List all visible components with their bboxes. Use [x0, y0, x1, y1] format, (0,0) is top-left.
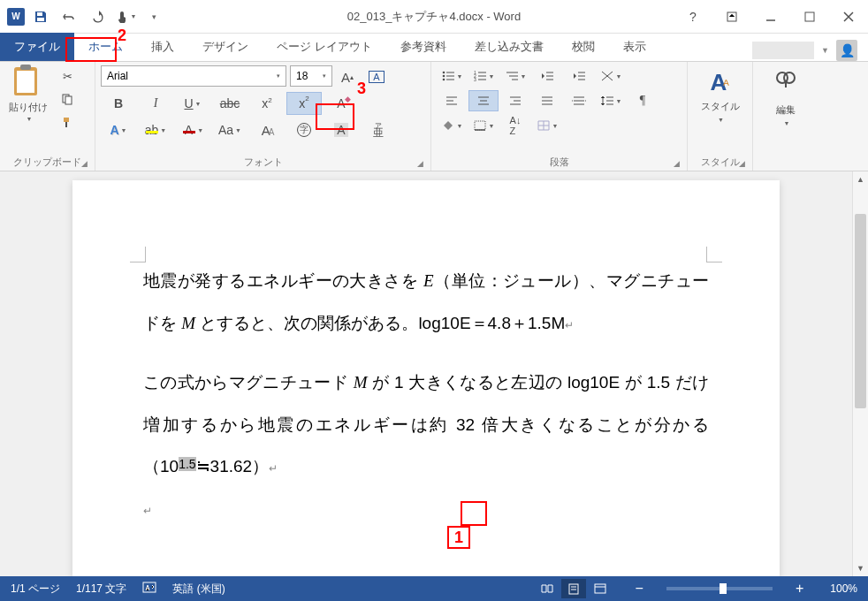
editing-button[interactable]: 編集 ▼	[766, 65, 805, 130]
word-count[interactable]: 1/117 文字	[76, 582, 126, 597]
font-name-combo[interactable]: Arial▾	[101, 65, 286, 87]
paragraph-dialog-launcher[interactable]: ◢	[674, 159, 680, 168]
paragraph-group-label: 段落◢	[437, 154, 681, 169]
zoom-slider[interactable]	[666, 587, 773, 590]
superscript-button[interactable]: x2	[286, 92, 322, 115]
document-area: 地震が発するエネルギーの大きさを E（単位：ジュール）、マグニチュードを M と…	[0, 171, 868, 576]
tab-file[interactable]: ファイル	[0, 33, 74, 61]
grid-button[interactable]: ▼	[532, 115, 562, 136]
vertical-scrollbar[interactable]: ▲ ▼	[852, 171, 868, 576]
enclose-char-button[interactable]: 字	[286, 118, 322, 141]
line-spacing-button[interactable]: ▼	[596, 90, 626, 111]
tab-design[interactable]: デザイン	[188, 33, 263, 61]
paste-icon	[14, 67, 42, 99]
qat-customize-button[interactable]: ▾	[141, 4, 166, 29]
zoom-out-button[interactable]: −	[636, 581, 643, 597]
char-shading-button[interactable]: A	[324, 118, 359, 141]
underline-button[interactable]: U▼	[175, 92, 210, 115]
tab-home[interactable]: ホーム	[74, 33, 137, 61]
char-scale-button[interactable]: AA	[249, 118, 285, 141]
ribbon-display-button[interactable]	[716, 4, 748, 29]
scroll-down-button[interactable]: ▼	[853, 560, 868, 576]
highlight-button[interactable]: ab▼	[138, 118, 173, 141]
numbering-button[interactable]: 123▼	[468, 65, 499, 87]
format-painter-button[interactable]	[55, 111, 80, 133]
svg-rect-54	[595, 584, 605, 593]
touch-mode-button[interactable]: ▼	[113, 4, 138, 29]
clipboard-dialog-launcher[interactable]: ◢	[81, 159, 88, 168]
multilevel-list-button[interactable]: ▼	[500, 65, 530, 87]
zoom-level[interactable]: 100%	[830, 582, 857, 595]
help-button[interactable]: ?	[677, 4, 709, 29]
italic-button[interactable]: I	[138, 92, 173, 115]
grow-font-button[interactable]: A▴	[336, 65, 359, 88]
tab-view[interactable]: 表示	[609, 33, 660, 61]
subscript-button[interactable]: x2	[249, 92, 285, 115]
tab-references[interactable]: 参考資料	[386, 33, 461, 61]
language-status[interactable]: 英語 (米国)	[172, 582, 225, 597]
paste-button[interactable]: 貼り付け ▼	[5, 65, 51, 124]
tab-mailings[interactable]: 差し込み文書	[461, 33, 558, 61]
zoom-in-button[interactable]: +	[796, 581, 803, 597]
font-group-label: フォント◢	[101, 154, 425, 169]
styles-button[interactable]: Aᴬ スタイル ▼	[694, 65, 747, 126]
phonetic-guide-button[interactable]: ア亜	[361, 118, 396, 141]
margin-corner-icon	[130, 247, 146, 262]
show-marks-button[interactable]: ¶	[628, 90, 658, 111]
svg-rect-46	[475, 121, 485, 130]
increase-indent-button[interactable]	[564, 65, 594, 87]
selected-text: 1.5	[179, 457, 195, 471]
font-dialog-launcher[interactable]: ◢	[417, 159, 423, 168]
scroll-up-button[interactable]: ▲	[853, 171, 868, 187]
tab-review[interactable]: 校閲	[558, 33, 609, 61]
signin-area[interactable]	[752, 42, 814, 59]
styles-icon: Aᴬ	[711, 69, 730, 96]
styles-dialog-launcher[interactable]: ◢	[739, 159, 745, 168]
page-count[interactable]: 1/1 ページ	[11, 582, 60, 597]
font-size-combo[interactable]: 18▾	[290, 65, 332, 87]
title-bar: W ▼ ▾ 02_013_キャプチャ4.docx - Word ?	[0, 0, 868, 34]
justify-button[interactable]	[532, 90, 562, 111]
decrease-indent-button[interactable]	[532, 65, 562, 87]
align-right-button[interactable]	[500, 90, 530, 111]
spellcheck-icon[interactable]	[142, 582, 156, 597]
document-body[interactable]: 地震が発するエネルギーの大きさを E（単位：ジュール）、マグニチュードを M と…	[143, 260, 709, 529]
tab-layout[interactable]: ページ レイアウト	[263, 33, 386, 61]
print-layout-button[interactable]	[561, 579, 586, 598]
clear-formatting-button[interactable]: A◆	[324, 92, 359, 115]
tab-insert[interactable]: 挿入	[137, 33, 188, 61]
svg-text:3: 3	[474, 77, 476, 82]
strikethrough-button[interactable]: abc	[212, 92, 247, 115]
font-color-button[interactable]: A▼	[175, 118, 210, 141]
copy-button[interactable]	[55, 88, 80, 110]
user-icon[interactable]: 👤	[836, 40, 857, 61]
bold-button[interactable]: B	[101, 92, 136, 115]
change-case-button[interactable]: Aa▼	[212, 118, 247, 141]
align-center-button[interactable]	[468, 90, 499, 111]
cut-button[interactable]: ✂	[55, 65, 80, 87]
close-button[interactable]	[833, 4, 864, 29]
bullets-button[interactable]: ▼	[437, 65, 467, 87]
text-effects-button[interactable]: A▼	[101, 118, 136, 141]
svg-rect-4	[805, 12, 814, 21]
redo-button[interactable]	[85, 4, 110, 29]
scroll-thumb[interactable]	[855, 214, 866, 408]
sort-button[interactable]: A↓Z	[500, 115, 530, 136]
shading-button[interactable]: ▼	[437, 115, 467, 136]
maximize-button[interactable]	[794, 4, 826, 29]
editing-group-label	[758, 156, 813, 169]
undo-button[interactable]	[57, 4, 81, 29]
save-button[interactable]	[28, 4, 53, 29]
borders-button[interactable]: ▼	[468, 115, 499, 136]
distributed-button[interactable]	[564, 90, 594, 111]
callout-label-2: 2	[118, 27, 126, 45]
web-layout-button[interactable]	[588, 579, 613, 598]
asian-layout-button[interactable]: ▼	[596, 65, 626, 87]
align-left-button[interactable]	[437, 90, 467, 111]
textbox-button[interactable]: A	[362, 65, 391, 88]
read-mode-button[interactable]	[535, 579, 560, 598]
document-page[interactable]: 地震が発するエネルギーの大きさを E（単位：ジュール）、マグニチュードを M と…	[72, 180, 780, 576]
svg-rect-1	[37, 18, 44, 21]
svg-point-49	[784, 72, 795, 83]
minimize-button[interactable]	[755, 4, 787, 29]
